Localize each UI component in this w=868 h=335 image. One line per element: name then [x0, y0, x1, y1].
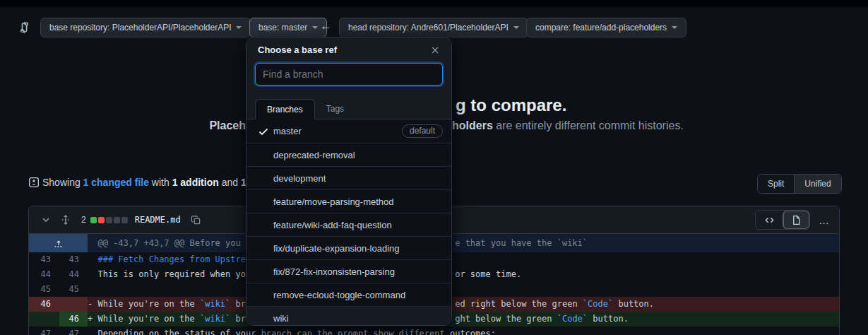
line-number[interactable]: 43 — [29, 252, 59, 267]
code-segment: `Code` — [583, 299, 613, 309]
caret-down-icon — [312, 26, 318, 29]
line-number[interactable] — [59, 297, 88, 312]
check-icon — [258, 312, 269, 324]
branch-name-label: remove-ecloud-toggle-command — [273, 290, 443, 300]
file-options-kebab-icon[interactable]: … — [819, 214, 831, 226]
dropdown-tabs: Branches Tags — [246, 93, 451, 119]
unified-view-button[interactable]: Unified — [795, 175, 840, 193]
branch-name-label: master — [273, 126, 402, 136]
code-segment: ght below the green — [455, 314, 557, 324]
diff-code-text: This is only required when yo or some ti… — [88, 267, 839, 282]
default-badge: default — [402, 124, 443, 138]
dropdown-filter — [246, 61, 451, 93]
code-segment: This is only required when yo — [88, 269, 246, 279]
diff-view-toggle: Split Unified — [757, 174, 842, 194]
line-number[interactable]: 45 — [59, 282, 88, 297]
line-number[interactable]: 46 — [29, 297, 59, 312]
check-icon — [258, 172, 269, 184]
diffstat-addition-block — [90, 217, 97, 223]
base-repository-label: base repository: PlaceholderAPI/Placehol… — [49, 23, 231, 33]
close-icon[interactable] — [430, 45, 440, 55]
tab-tags[interactable]: Tags — [315, 99, 355, 119]
caret-down-icon — [672, 26, 677, 29]
diffstat-neutral-block — [121, 217, 128, 223]
branch-item-fix/duplicate-expansion-loading[interactable]: fix/duplicate-expansion-loading — [246, 236, 451, 259]
changed-files-link[interactable]: 1 changed file — [83, 177, 149, 188]
compare-subtext-rest: are entirely different commit histories. — [493, 119, 684, 131]
head-repository-label: head repository: Andre601/PlaceholderAPI — [348, 23, 509, 33]
drag-handle-icon[interactable] — [60, 214, 71, 225]
dropdown-title: Choose a base ref — [258, 45, 337, 55]
code-segment: ed right below the green — [455, 299, 583, 309]
branch-item-feature/move-parsing-method[interactable]: feature/move-parsing-method — [246, 189, 451, 213]
branch-item-wiki[interactable]: wiki — [246, 306, 451, 326]
branch-name-label: deprecated-removal — [273, 150, 443, 160]
file-diff-icon — [28, 177, 40, 188]
branch-item-development[interactable]: development — [246, 166, 451, 189]
line-number[interactable]: 47 — [29, 327, 59, 335]
compare-branch-selector[interactable]: compare: feature/add-placeholders — [526, 18, 686, 37]
branch-name-label: wiki — [273, 313, 443, 324]
branch-name-label: feature/move-parsing-method — [273, 196, 443, 207]
check-icon — [258, 126, 269, 137]
split-view-button[interactable]: Split — [758, 175, 795, 193]
code-segment: - While you're on the — [88, 299, 200, 309]
caret-down-icon — [236, 26, 242, 29]
diffstat-neutral-block — [114, 217, 120, 223]
file-header-actions: … — [755, 210, 831, 230]
expand-hunk-button[interactable] — [29, 234, 88, 252]
summary-part: with — [149, 177, 172, 188]
copy-path-icon[interactable] — [191, 215, 201, 225]
source-view-button[interactable] — [756, 211, 783, 229]
diff-summary-text: Showing 1 changed file with 1 addition a… — [42, 177, 255, 188]
diffstat-neutral-block — [106, 217, 112, 223]
check-icon — [258, 196, 269, 207]
branch-name-fragment: holders — [452, 119, 493, 131]
diff-code-text: ### Fetch Changes from Upstre — [88, 252, 839, 267]
summary-part: and — [219, 177, 241, 188]
line-number[interactable]: 44 — [59, 267, 88, 282]
line-number[interactable]: 44 — [29, 267, 59, 282]
branch-item-remove-ecloud-toggle-command[interactable]: remove-ecloud-toggle-command — [246, 283, 451, 306]
line-number[interactable]: 43 — [59, 252, 88, 267]
code-segment: `wiki` — [200, 314, 230, 324]
collapse-file-chevron-icon[interactable] — [40, 214, 52, 225]
branch-name-label: fix/duplicate-expansion-loading — [273, 243, 443, 254]
branch-search-input[interactable] — [255, 63, 443, 86]
file-name: README.md — [135, 215, 181, 225]
line-number[interactable]: 45 — [29, 282, 59, 297]
summary-part: 1 addition — [172, 177, 219, 188]
code-segment: button. — [613, 299, 654, 309]
summary-part: Showing — [42, 177, 83, 188]
branch-item-deprecated-removal[interactable]: deprecated-removal — [246, 143, 451, 166]
branch-name-label: feature/wiki-add-faq-question — [273, 220, 443, 230]
check-icon — [258, 289, 269, 300]
line-number[interactable]: 46 — [59, 312, 88, 327]
compare-toolbar: base repository: PlaceholderAPI/Placehol… — [0, 7, 868, 35]
code-segment: button. — [588, 314, 629, 324]
line-number[interactable]: 47 — [59, 327, 88, 335]
diff-code-text: @@ -43,7 +43,7 @@ Before you e that you … — [88, 234, 839, 252]
nothing-to-compare-heading: g to compare. — [456, 95, 566, 115]
tab-branches[interactable]: Branches — [255, 99, 315, 119]
dropdown-header: Choose a base ref — [246, 37, 451, 61]
check-icon — [258, 149, 269, 160]
git-compare-icon — [17, 20, 30, 35]
code-segment: + While you're on the — [88, 314, 200, 324]
branch-item-master[interactable]: masterdefault — [246, 119, 451, 143]
code-segment: Depending on the status of your branch c… — [88, 329, 496, 335]
branch-item-fix/872-fix-inxonsisten-parsing[interactable]: fix/872-fix-inxonsisten-parsing — [246, 259, 451, 283]
code-segment: `Code` — [557, 314, 588, 324]
base-branch-label: base: master — [258, 23, 307, 33]
top-band — [0, 0, 868, 7]
branch-item-feature/wiki-add-faq-question[interactable]: feature/wiki-add-faq-question — [246, 213, 451, 236]
code-segment: or some time. — [455, 269, 521, 279]
base-branch-selector[interactable]: base: master — [249, 18, 327, 37]
compare-subtext-right: holders are entirely different commit hi… — [452, 119, 684, 132]
head-repository-selector[interactable]: head repository: Andre601/PlaceholderAPI — [339, 18, 528, 37]
line-number[interactable] — [29, 312, 59, 327]
compare-subtext-left: Placeh — [209, 119, 246, 132]
branch-name-label: development — [273, 173, 443, 184]
rich-view-button[interactable] — [783, 211, 809, 229]
base-repository-selector[interactable]: base repository: PlaceholderAPI/Placehol… — [40, 18, 251, 37]
